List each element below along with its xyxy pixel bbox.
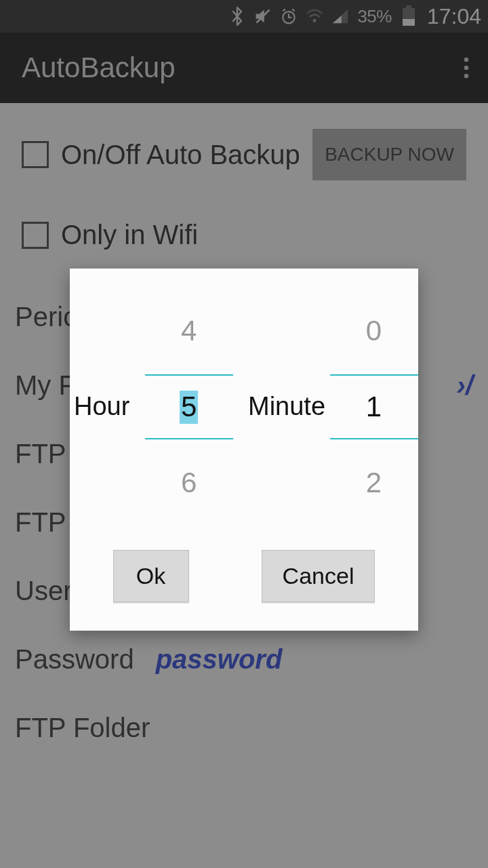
hour-picker[interactable]: Hour 4 5 6 [70,275,244,538]
minute-prev[interactable]: 0 [366,315,382,347]
hour-current[interactable]: 5 [145,374,233,439]
minute-label: Minute [248,392,325,421]
hour-label: Hour [74,392,129,421]
minute-picker[interactable]: Minute 0 1 2 [244,275,418,538]
hour-next[interactable]: 6 [181,467,197,499]
ok-button[interactable]: Ok [113,550,189,602]
minute-next[interactable]: 2 [366,467,382,499]
cancel-button[interactable]: Cancel [262,550,375,602]
time-picker-dialog: Hour 4 5 6 Minute 0 1 2 Ok Cancel [70,269,418,631]
hour-prev[interactable]: 4 [181,315,197,347]
minute-current[interactable]: 1 [330,374,418,439]
